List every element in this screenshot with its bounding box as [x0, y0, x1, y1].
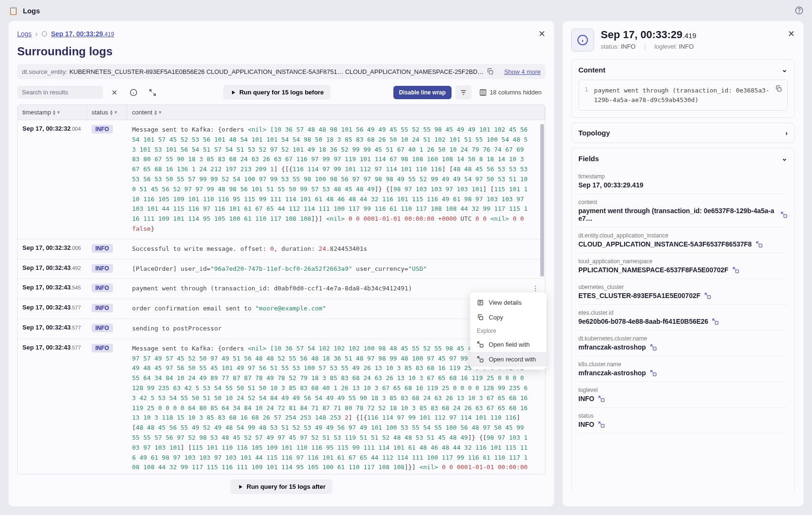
cell-status: INFO — [87, 242, 127, 256]
close-detail-button[interactable]: ✕ — [788, 29, 795, 39]
svg-rect-17 — [735, 269, 738, 272]
open-with-icon[interactable] — [732, 267, 740, 274]
toolbar: Search in results Run query for 15 logs … — [17, 85, 545, 100]
chevron-right-icon: › — [785, 129, 788, 137]
field-item: loglevelINFO — [578, 382, 788, 408]
circle-icon — [41, 31, 47, 37]
content-box: 1 payment went through (transaction_id: … — [578, 80, 788, 111]
svg-rect-3 — [489, 71, 493, 74]
field-label: dt.entity.cloud_application_instance — [578, 232, 788, 239]
field-value: mfranczak-astroshop — [578, 369, 788, 377]
info-button[interactable] — [126, 86, 141, 99]
menu-view-details[interactable]: View details — [470, 295, 546, 310]
field-value: payment went through (transaction_id: 0e… — [578, 207, 788, 222]
menu-copy[interactable]: Copy — [470, 310, 546, 325]
svg-rect-19 — [715, 321, 718, 324]
status-badge: INFO — [92, 284, 113, 292]
menu-open-record[interactable]: Open record with — [470, 352, 546, 367]
open-with-icon[interactable] — [598, 421, 605, 428]
svg-rect-5 — [480, 90, 486, 95]
detail-info-icon — [571, 29, 594, 52]
table-row[interactable]: Sep 17, 00:32:32.004INFOMessage sent to … — [18, 120, 545, 239]
field-item: ubernetes_clusterETES_CLUSTER-893EF5A1E5… — [578, 279, 788, 305]
status-badge: INFO — [92, 344, 113, 352]
menu-open-field[interactable]: Open field with — [470, 337, 546, 352]
source-label: dt.source_entity: — [22, 68, 67, 75]
open-with-icon[interactable] — [598, 395, 605, 402]
open-with-icon[interactable] — [712, 318, 719, 325]
search-input[interactable]: Search in results — [17, 86, 103, 99]
columns-hidden-button[interactable]: 18 columns hidden — [475, 86, 545, 99]
copy-content-button[interactable] — [775, 85, 782, 93]
open-with-icon[interactable] — [650, 370, 657, 377]
status-badge: INFO — [92, 125, 113, 134]
field-value: Sep 17, 00:33:29.419 — [578, 181, 788, 189]
fields-section: Fields ⌄ timestampSep 17, 00:33:29.419co… — [571, 148, 795, 494]
status-badge: INFO — [92, 304, 113, 312]
table-row[interactable]: Sep 17, 00:32:43.577INFOsending to postP… — [18, 319, 545, 339]
table-row[interactable]: Sep 17, 00:32:43.545INFOpayment went thr… — [18, 279, 545, 299]
chevron-right-icon: › — [35, 30, 38, 38]
open-with-icon[interactable] — [650, 344, 657, 351]
field-label: timestamp — [578, 173, 788, 180]
scrollbar-thumb[interactable] — [540, 124, 544, 277]
row-context-menu: View details Copy Explore Open field wit… — [470, 292, 546, 370]
app-title: Logs — [23, 7, 40, 15]
menu-explore-header: Explore — [470, 325, 546, 337]
help-icon[interactable] — [795, 6, 803, 15]
cell-content: [PlaceOrder] user_id="96a7ed20-747b-11ef… — [127, 262, 545, 276]
expand-button[interactable] — [145, 86, 160, 99]
run-query-before-button[interactable]: Run query for 15 logs before — [223, 85, 330, 100]
detail-title: Sep 17, 00:33:29.419 — [601, 29, 781, 41]
svg-point-7 — [535, 288, 536, 289]
column-content[interactable]: content ▴▾ ▾ — [127, 105, 545, 120]
disable-line-wrap-button[interactable]: Disable line wrap — [393, 86, 452, 99]
breadcrumb-root[interactable]: Logs — [17, 30, 31, 38]
svg-rect-14 — [778, 88, 781, 91]
field-item: contentpayment went through (transaction… — [578, 194, 788, 227]
svg-point-8 — [535, 290, 536, 291]
content-section-toggle[interactable]: Content ⌄ — [572, 60, 794, 80]
open-with-icon[interactable] — [756, 241, 763, 248]
svg-rect-20 — [653, 347, 656, 350]
cell-timestamp: Sep 17, 00:32:43.577 — [18, 322, 87, 336]
svg-rect-22 — [601, 398, 604, 401]
source-value: KUBERNETES_CLUSTER-893EF5A1E0B56E26 CLOU… — [69, 68, 483, 75]
field-value: ETES_CLUSTER-893EF5A1E5E00702F — [578, 292, 788, 299]
cell-timestamp: Sep 17, 00:32:32.006 — [18, 242, 87, 256]
cell-status: INFO — [87, 123, 127, 236]
topbar: 📋 Logs — [0, 0, 812, 21]
table-row[interactable]: Sep 17, 00:32:32.006INFOSuccessful to wr… — [18, 239, 545, 259]
status-badge: INFO — [92, 244, 113, 253]
topology-section-toggle[interactable]: Topology › — [572, 123, 794, 143]
field-label: k8s.cluster.name — [578, 361, 788, 368]
field-item: etes.cluster.id9e620b06-b078-4e88-8aab-f… — [578, 305, 788, 330]
breadcrumb-current[interactable]: Sep 17, 00:33:29.419 — [51, 30, 114, 38]
svg-rect-12 — [480, 359, 483, 362]
show-more-link[interactable]: Show 4 more — [504, 68, 541, 75]
open-with-icon[interactable] — [704, 292, 711, 299]
content-section: Content ⌄ 1 payment went through (transa… — [571, 59, 795, 118]
field-item: dt.kubernetes.cluster.namemfranczak-astr… — [578, 330, 788, 356]
filter-button[interactable] — [455, 85, 472, 100]
cell-timestamp: Sep 17, 00:32:43.577 — [18, 302, 87, 316]
field-label: dt.kubernetes.cluster.name — [578, 335, 788, 342]
page-title: Surrounding logs — [17, 45, 545, 58]
fields-section-toggle[interactable]: Fields ⌄ — [572, 148, 794, 168]
column-status[interactable]: status ▴▾ ▾ — [87, 105, 127, 120]
run-query-after-button[interactable]: Run query for 15 logs after — [230, 479, 332, 494]
column-timestamp[interactable]: timestamp ▴▾ ▾ — [18, 105, 87, 120]
close-panel-button[interactable]: ✕ — [538, 29, 545, 39]
table-row[interactable]: Sep 17, 00:32:43.492INFO[PlaceOrder] use… — [18, 259, 545, 279]
field-value: 9e620b06-b078-4e88-8aab-f641E0B56E26 — [578, 318, 788, 325]
copy-icon[interactable] — [486, 68, 494, 75]
field-label: status — [578, 412, 788, 419]
open-with-icon[interactable] — [781, 211, 788, 218]
app-icon: 📋 — [9, 6, 18, 15]
clear-search-button[interactable] — [107, 86, 122, 99]
table-row[interactable]: Sep 17, 00:32:43.577INFOorder confirmati… — [18, 299, 545, 319]
status-badge: INFO — [92, 324, 113, 332]
cell-timestamp: Sep 17, 00:32:43.492 — [18, 262, 87, 276]
table-row[interactable]: Sep 17, 00:32:43.577INFOMessage sent to … — [18, 339, 545, 474]
field-item: timestampSep 17, 00:33:29.419 — [578, 168, 788, 194]
